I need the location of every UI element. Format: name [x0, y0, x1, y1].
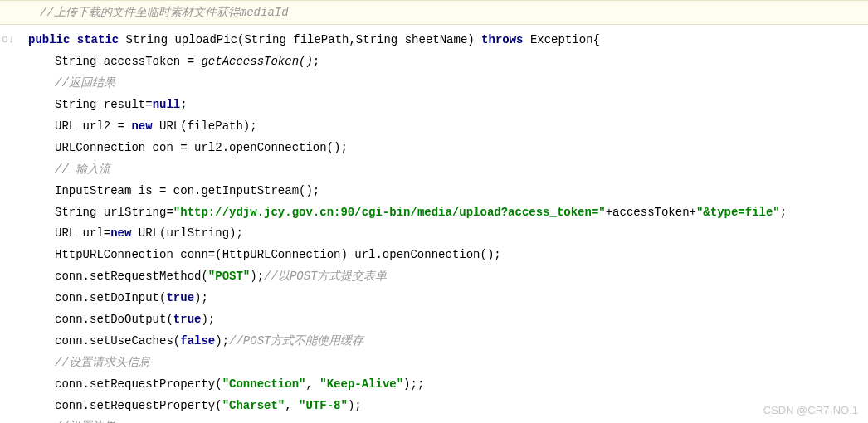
keyword: null	[153, 98, 181, 111]
code-line: String result=null;	[28, 95, 868, 116]
comment-text: //上传下载的文件至临时素材文件获得mediaId	[40, 6, 289, 19]
code-text: URLConnection con = url2.openConnection(…	[55, 141, 348, 154]
code-text: );	[348, 399, 362, 412]
comment: //返回结果	[55, 76, 115, 90]
comment: //以POST方式提交表单	[264, 270, 387, 283]
code-line: URL url2 = new URL(filePath);	[28, 116, 868, 138]
code-text: HttpURLConnection conn=(HttpURLConnectio…	[55, 248, 501, 261]
code-line: conn.setRequestProperty("Connection", "K…	[28, 374, 868, 396]
code-line: //设置边界	[28, 416, 868, 423]
code-line: //返回结果	[28, 73, 868, 95]
string: "UTF-8"	[299, 399, 348, 412]
code-text: conn.setRequestMethod(	[55, 270, 208, 283]
code-text: ;	[180, 98, 187, 111]
code-text: URL(urlString);	[131, 226, 242, 240]
code-line: URL url=new URL(urlString);	[28, 223, 868, 245]
code-text: URL url=	[55, 226, 110, 240]
keyword: true	[166, 291, 194, 304]
code-line: conn.setDoInput(true);	[28, 288, 868, 309]
code-line: // 输入流	[28, 159, 868, 181]
code-text: ,	[285, 399, 299, 412]
string: "POST"	[208, 270, 250, 283]
code-text: );	[201, 313, 215, 326]
code-line: String urlString="http://ydjw.jcy.gov.cn…	[28, 202, 868, 224]
code-text: String uploadPic(String filePath,String …	[119, 33, 481, 46]
watermark: CSDN @CR7-NO.1	[763, 404, 858, 416]
code-text: URL url2 =	[55, 119, 131, 133]
code-text: String result=	[55, 98, 153, 111]
code-text: String urlString=	[55, 206, 173, 219]
keyword: false	[180, 334, 215, 348]
italic-call: getAccessToken()	[201, 55, 312, 68]
code-text: );	[194, 291, 208, 304]
code-text: conn.setRequestProperty(	[55, 399, 222, 412]
code-text: );;	[403, 377, 424, 391]
code-text: conn.setDoOutput(	[55, 313, 173, 326]
string: "Connection"	[222, 377, 306, 391]
keyword: true	[173, 313, 202, 326]
string: "http://ydjw.jcy.gov.cn:90/cgi-bin/media…	[173, 206, 606, 219]
string: "Keep-Alive"	[319, 377, 403, 391]
code-text: conn.setUseCaches(	[55, 334, 180, 348]
code-line: //设置请求头信息	[28, 352, 868, 374]
comment: //设置请求头信息	[55, 356, 150, 369]
code-text: String accessToken =	[55, 55, 201, 68]
code-text: InputStream is = con.getInputStream();	[55, 184, 319, 197]
code-text: conn.setDoInput(	[55, 291, 166, 304]
code-text: ,	[305, 377, 319, 391]
code-text: conn.setRequestProperty(	[55, 377, 222, 391]
comment: //POST方式不能使用缓存	[229, 334, 363, 348]
code-text: );	[250, 270, 264, 283]
keyword: public static	[28, 33, 119, 46]
string: "&type=file"	[696, 206, 780, 219]
gutter-override-icon: o↓	[2, 33, 15, 46]
code-text: ;	[780, 206, 787, 219]
code-text: +accessToken+	[606, 206, 696, 219]
code-line: public static String uploadPic(String fi…	[28, 30, 868, 51]
keyword: new	[131, 119, 152, 133]
code-line: String accessToken = getAccessToken();	[28, 51, 868, 73]
code-line: conn.setRequestProperty("Charset", "UTF-…	[28, 396, 868, 417]
code-text: URL(filePath);	[153, 119, 257, 133]
code-text: );	[215, 334, 229, 348]
code-line: conn.setRequestMethod("POST");//以POST方式提…	[28, 266, 868, 288]
comment: //设置边界	[55, 420, 115, 423]
keyword: new	[110, 226, 131, 240]
code-line: conn.setUseCaches(false);//POST方式不能使用缓存	[28, 331, 868, 352]
code-text: ;	[313, 55, 319, 68]
string: "Charset"	[222, 399, 285, 412]
keyword: throws	[481, 33, 523, 46]
highlighted-comment-line: //上传下载的文件至临时素材文件获得mediaId	[0, 0, 868, 25]
code-line: URLConnection con = url2.openConnection(…	[28, 138, 868, 159]
code-block: public static String uploadPic(String fi…	[0, 25, 868, 423]
code-line: InputStream is = con.getInputStream();	[28, 181, 868, 202]
code-text: Exception{	[524, 33, 600, 46]
code-line: conn.setDoOutput(true);	[28, 309, 868, 331]
code-line: HttpURLConnection conn=(HttpURLConnectio…	[28, 245, 868, 266]
comment: // 输入流	[55, 163, 110, 176]
